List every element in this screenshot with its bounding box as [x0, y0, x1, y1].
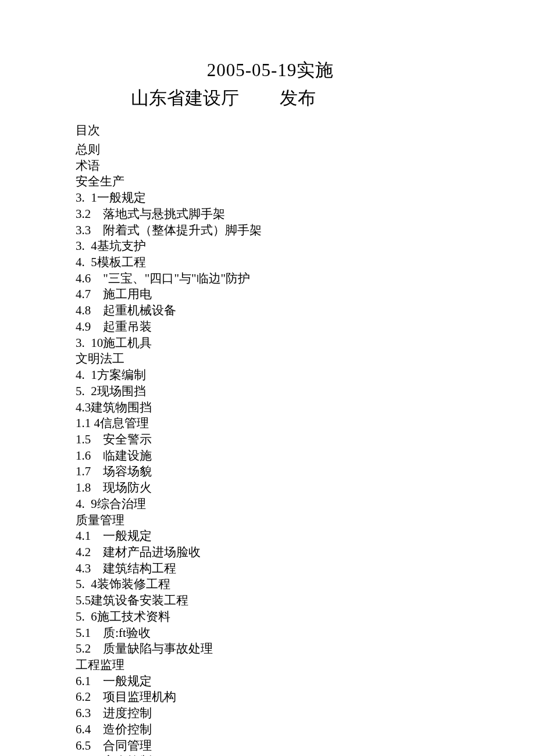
toc-line: 4. 1方案编制 — [76, 367, 465, 384]
toc-line: 3. 4基坑支护 — [76, 238, 465, 255]
toc-line: 文明法工 — [76, 351, 465, 367]
toc-container: 总则术语安全生产3. 1一般规定3.2 落地式与悬挑式脚手架3.3 附着式（整体… — [76, 142, 465, 756]
toc-line: 4.3 建筑结构工程 — [76, 561, 465, 577]
toc-line: 4.6 "三宝、"四口"与"临边"防护 — [76, 271, 465, 287]
toc-line: 5.2 质量缺陷与事故处理 — [76, 641, 465, 657]
toc-line: 5. 4装饰装修工程 — [76, 576, 465, 593]
toc-line: 6.3 进度控制 — [76, 705, 465, 722]
toc-line: 4.1 一般规定 — [76, 528, 465, 544]
toc-line: 3.2 落地式与悬挑式脚手架 — [76, 206, 465, 223]
toc-line: 3.3 附着式（整体提升式）脚手架 — [76, 223, 465, 239]
toc-line: 术语 — [76, 158, 465, 174]
toc-line: 6.1 一般规定 — [76, 673, 465, 690]
toc-heading: 目次 — [76, 122, 465, 138]
toc-line: 质量管理 — [76, 513, 465, 529]
toc-line: 1.5 安全警示 — [76, 432, 465, 448]
title-publisher-line: 山东省建设厅发布 — [76, 86, 465, 110]
toc-line: 3. 1一般规定 — [76, 190, 465, 206]
toc-line: 5. 2现场围挡 — [76, 384, 465, 400]
toc-line: 4.8 起重机械设备 — [76, 303, 465, 319]
toc-line: 总则 — [76, 142, 465, 158]
toc-line: 4. 5模板工程 — [76, 255, 465, 271]
title-publish-word: 发布 — [280, 88, 316, 108]
toc-line: 6.2 项目监理机构 — [76, 689, 465, 705]
toc-line: 4. 9综合治理 — [76, 496, 465, 513]
toc-line: 5. 6施工技术资料 — [76, 609, 465, 625]
toc-line: 1.7 场容场貌 — [76, 464, 465, 480]
title-publisher: 山东省建设厅 — [131, 88, 239, 108]
toc-line: 1.6 临建设施 — [76, 448, 465, 464]
toc-line: 4.2 建材产品进场脸收 — [76, 544, 465, 561]
document-page: 2005-05-19实施 山东省建设厅发布 目次 总则术语安全生产3. 1一般规… — [0, 0, 535, 756]
toc-line: 1.1 4信息管理 — [76, 415, 465, 432]
toc-line: 5.5建筑设备安装工程 — [76, 593, 465, 609]
toc-line: 4.3建筑物围挡 — [76, 400, 465, 416]
toc-line: 4.7 施工用电 — [76, 286, 465, 303]
toc-line: 4.9 起重吊装 — [76, 319, 465, 335]
toc-line: 5.1 质:ft验收 — [76, 625, 465, 642]
toc-line: 安全生产 — [76, 174, 465, 190]
toc-line: 3. 10施工机具 — [76, 335, 465, 352]
toc-line: 6.4 造价控制 — [76, 722, 465, 738]
title-effective-date: 2005-05-19实施 — [76, 58, 465, 83]
toc-line: 1.8 现场防火 — [76, 480, 465, 496]
toc-line: 6.5 合同管理 — [76, 738, 465, 754]
toc-line: 6.6 安全控制 — [76, 754, 465, 756]
toc-line: 工程监理 — [76, 657, 465, 673]
